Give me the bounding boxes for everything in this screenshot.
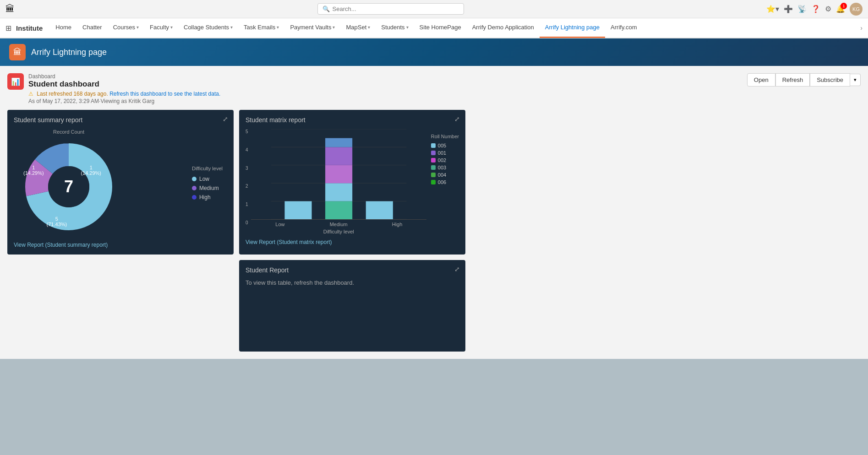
charts-grid: Student summary report ⤢ Record Count <box>7 110 465 352</box>
open-button[interactable]: Open <box>747 73 775 87</box>
students-chevron: ▾ <box>406 25 409 30</box>
legend-label-004: 004 <box>438 172 446 178</box>
dropdown-button[interactable]: ▾ <box>850 74 861 86</box>
legend-item-high: High <box>192 194 223 200</box>
nav-item-collage-students[interactable]: Collage Students ▾ <box>178 18 238 38</box>
search-box[interactable]: 🔍 <box>317 3 464 15</box>
notification-bell[interactable]: 🔔 1 <box>836 5 845 13</box>
dashboard-refresh-warning: ⚠ Last refreshed 168 days ago. Refresh t… <box>28 91 747 97</box>
medium-percent-label: (14.29%) <box>23 170 44 176</box>
low-value-label: 5 <box>47 216 67 222</box>
add-icon[interactable]: ➕ <box>784 5 793 13</box>
legend-dot-medium <box>192 186 197 190</box>
nav-right-arrow[interactable]: › <box>860 24 863 32</box>
legend-label-003: 003 <box>438 165 446 170</box>
legend-label-low: Low <box>199 176 209 182</box>
nav-item-mapset[interactable]: MapSet ▾ <box>340 18 376 38</box>
legend-label-006: 006 <box>438 179 446 185</box>
y-label-0: 0 <box>246 220 248 225</box>
top-bar-right: ⭐▾ ➕ 📡 ❓ ⚙ 🔔 1 KG <box>766 3 863 16</box>
matrix-expand-icon[interactable]: ⤢ <box>454 115 460 123</box>
nav-item-chatter[interactable]: Chatter <box>77 18 108 38</box>
nav-item-courses[interactable]: Courses ▾ <box>108 18 144 38</box>
legend-item-005: 005 <box>431 143 459 148</box>
payment-vaults-chevron: ▾ <box>333 25 335 30</box>
svg-rect-11 <box>325 201 352 219</box>
donut-chart: 7 1 (14.29%) 1 (14.29%) 5 <box>18 136 119 237</box>
refresh-link[interactable]: Refresh this dashboard to see the latest… <box>109 91 220 97</box>
nav-item-faculty[interactable]: Faculty ▾ <box>144 18 178 38</box>
y-label-3: 3 <box>246 166 248 171</box>
legend-label-high: High <box>199 194 211 200</box>
subscribe-button[interactable]: Subscribe <box>810 73 850 87</box>
nav-item-arrify-demo[interactable]: Arrify Demo Application <box>467 18 540 38</box>
student-report-expand-icon[interactable]: ⤢ <box>454 265 460 273</box>
refresh-button[interactable]: Refresh <box>775 73 810 87</box>
legend-item-006: 006 <box>431 179 459 185</box>
medium-value-label: 1 <box>23 165 44 170</box>
faculty-chevron: ▾ <box>170 25 173 30</box>
nav-items: Home Chatter Courses ▾ Faculty ▾ Collage… <box>50 18 860 38</box>
nav-item-task-emails[interactable]: Task Emails ▾ <box>238 18 284 38</box>
legend-item-low: Low <box>192 176 223 182</box>
warning-icon: ⚠ <box>28 91 33 97</box>
svg-rect-13 <box>325 165 352 183</box>
legend-sq-001 <box>431 151 436 155</box>
donut-center-value: 7 <box>64 177 73 196</box>
legend-item-medium: Medium <box>192 185 223 191</box>
legend-label-001: 001 <box>438 150 446 156</box>
high-value-label: 1 <box>81 165 101 170</box>
favorites-icon[interactable]: ⭐▾ <box>766 5 779 13</box>
grid-icon[interactable]: ⊞ <box>5 24 11 32</box>
summary-view-link[interactable]: View Report (Student summary report) <box>14 242 227 248</box>
page-header-title: Arrify Lightning page <box>31 48 107 57</box>
summary-expand-icon[interactable]: ⤢ <box>223 115 228 123</box>
nav-item-home[interactable]: Home <box>50 18 77 38</box>
courses-chevron: ▾ <box>136 25 139 30</box>
nav-item-students[interactable]: Students ▾ <box>376 18 414 38</box>
matrix-report-title: Student matrix report <box>246 116 459 124</box>
nav-item-arrify-lightning[interactable]: Arrify Lightning page <box>540 18 605 38</box>
legend-item-002: 002 <box>431 157 459 163</box>
legend-item-003: 003 <box>431 165 459 170</box>
legend-sq-005 <box>431 143 436 148</box>
task-emails-chevron: ▾ <box>277 25 279 30</box>
legend-dot-low <box>192 177 197 181</box>
legend-item-004: 004 <box>431 172 459 178</box>
avatar[interactable]: KG <box>850 3 863 16</box>
search-input[interactable] <box>333 5 459 12</box>
nav-item-payment-vaults[interactable]: Payment Vaults ▾ <box>284 18 340 38</box>
connect-icon[interactable]: 📡 <box>797 5 807 13</box>
svg-rect-15 <box>325 138 352 147</box>
legend-title: Difficulty level <box>192 166 223 171</box>
legend-label-medium: Medium <box>199 185 219 191</box>
summary-report-panel: Student summary report ⤢ Record Count <box>7 110 234 255</box>
matrix-view-link[interactable]: View Report (Student matrix report) <box>246 239 459 245</box>
student-report-message: To view this table, refresh the dashboar… <box>246 279 459 286</box>
matrix-report-panel: Student matrix report ⤢ 5 4 3 2 1 0 <box>239 110 465 255</box>
dashboard-title: Student dashboard <box>28 80 747 89</box>
dashboard-icon: 📊 <box>7 73 24 90</box>
nav-item-arrify-com[interactable]: Arrify.com <box>605 18 643 38</box>
svg-rect-12 <box>325 183 352 201</box>
mapset-chevron: ▾ <box>368 25 370 30</box>
dashboard-actions: Open Refresh Subscribe ▾ <box>747 73 861 87</box>
high-percent-label: (14.29%) <box>81 170 101 176</box>
empty-bottom-left <box>7 260 234 352</box>
page-header: 🏛 Arrify Lightning page <box>0 38 868 66</box>
nav-item-site-homepage[interactable]: Site HomePage <box>414 18 467 38</box>
low-percent-label: (71.43%) <box>47 222 67 227</box>
help-icon[interactable]: ❓ <box>811 5 820 13</box>
nav-bar: ⊞ Institute Home Chatter Courses ▾ Facul… <box>0 18 868 38</box>
page-header-icon: 🏛 <box>9 44 26 60</box>
svg-rect-14 <box>325 147 352 165</box>
dashboard-date: As of May 17, 2022, 3:29 AM·Viewing as K… <box>28 98 747 104</box>
gear-icon[interactable]: ⚙ <box>825 5 831 13</box>
legend-sq-002 <box>431 158 436 162</box>
matrix-legend: Roll Number 005 001 002 <box>431 129 459 234</box>
donut-record-count-label: Record Count <box>53 129 84 135</box>
student-report-title: Student Report <box>246 266 459 274</box>
x-label-high: High <box>368 222 426 227</box>
legend-sq-004 <box>431 173 436 177</box>
dashboard-title-section: Dashboard Student dashboard ⚠ Last refre… <box>28 73 747 104</box>
